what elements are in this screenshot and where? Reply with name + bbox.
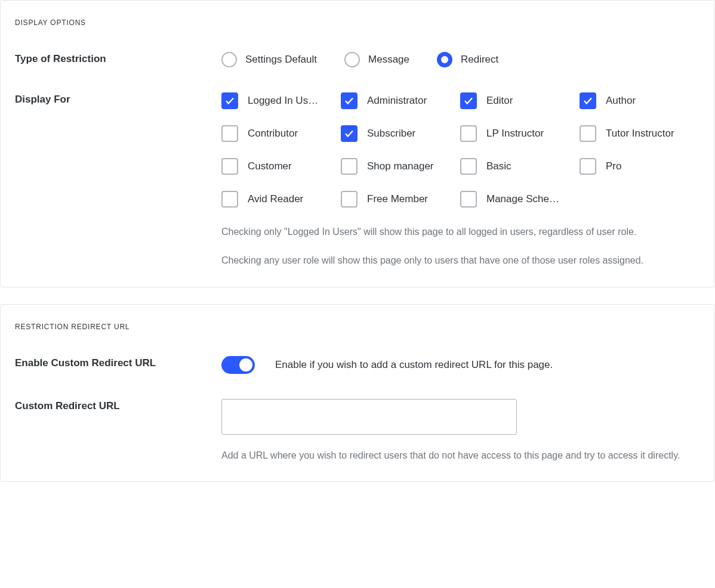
checkbox-manage-schedule[interactable]: Manage Sche… (460, 191, 580, 208)
enable-custom-redirect-desc: Enable if you wish to add a custom redir… (275, 359, 553, 371)
checkbox-label: Manage Sche… (486, 193, 559, 205)
enable-custom-redirect-toggle[interactable] (221, 356, 255, 374)
checkbox-label: Basic (486, 160, 511, 172)
type-of-restriction-label: Type of Restriction (15, 52, 221, 67)
checkbox-customer[interactable]: Customer (221, 158, 341, 175)
checkbox-basic[interactable]: Basic (460, 158, 580, 175)
checkbox-box-icon (341, 92, 357, 109)
restriction-redirect-panel: RESTRICTION REDIRECT URL Enable Custom R… (0, 304, 715, 482)
radio-circle-icon (437, 52, 452, 67)
checkbox-label: Customer (248, 160, 292, 172)
radio-label: Settings Default (245, 54, 317, 66)
panel-title-redirect: RESTRICTION REDIRECT URL (15, 323, 700, 331)
custom-redirect-url-help: Add a URL where you wish to redirect use… (221, 448, 700, 463)
custom-redirect-url-input[interactable] (221, 399, 517, 435)
checkbox-subscriber[interactable]: Subscriber (341, 125, 460, 142)
enable-custom-redirect-content: Enable if you wish to add a custom redir… (221, 356, 700, 374)
display-options-panel: DISPLAY OPTIONS Type of Restriction Sett… (0, 0, 715, 287)
display-for-checkbox-grid: Logged In Us…AdministratorEditorAuthorCo… (221, 92, 700, 208)
custom-redirect-url-content: Add a URL where you wish to redirect use… (221, 399, 700, 463)
checkbox-box-icon (221, 125, 238, 142)
toggle-knob (239, 358, 252, 372)
display-for-help-1: Checking only "Logged In Users" will sho… (221, 224, 700, 240)
checkbox-box-icon (580, 125, 596, 142)
radio-settings-default[interactable]: Settings Default (221, 52, 317, 67)
checkbox-box-icon (460, 158, 477, 175)
checkbox-label: Administrator (367, 95, 427, 107)
checkbox-box-icon (341, 191, 357, 208)
radio-circle-icon (221, 52, 237, 67)
checkbox-box-icon (341, 125, 357, 142)
checkbox-label: Logged In Us… (248, 95, 318, 107)
checkbox-label: Editor (486, 95, 513, 107)
checkbox-box-icon (221, 92, 238, 109)
checkbox-lp-instructor[interactable]: LP Instructor (460, 125, 580, 142)
radio-message[interactable]: Message (344, 52, 409, 67)
checkbox-label: LP Instructor (486, 128, 544, 140)
radio-redirect[interactable]: Redirect (437, 52, 498, 67)
checkbox-label: Free Member (367, 193, 428, 205)
checkbox-label: Subscriber (367, 128, 415, 140)
radio-circle-icon (344, 52, 360, 67)
checkbox-box-icon (221, 158, 238, 175)
checkbox-box-icon (460, 191, 477, 208)
checkbox-box-icon (580, 158, 596, 175)
checkbox-label: Contributor (248, 128, 298, 140)
display-for-row: Display For Logged In Us…AdministratorEd… (15, 92, 700, 269)
display-for-content: Logged In Us…AdministratorEditorAuthorCo… (221, 92, 700, 269)
checkbox-label: Tutor Instructor (606, 128, 674, 140)
checkbox-box-icon (460, 92, 477, 109)
custom-redirect-url-label: Custom Redirect URL (15, 399, 221, 463)
checkbox-box-icon (460, 125, 477, 142)
checkbox-box-icon (580, 92, 596, 109)
checkbox-shop-manager[interactable]: Shop manager (341, 158, 460, 175)
checkbox-logged-in-users[interactable]: Logged In Us… (221, 92, 341, 109)
radio-label: Message (368, 54, 409, 66)
checkbox-label: Shop manager (367, 160, 434, 172)
checkbox-label: Author (606, 95, 636, 107)
checkbox-free-member[interactable]: Free Member (341, 191, 460, 208)
toggle-row: Enable if you wish to add a custom redir… (221, 356, 700, 374)
checkbox-contributor[interactable]: Contributor (221, 125, 341, 142)
checkbox-author[interactable]: Author (580, 92, 699, 109)
checkbox-avid-reader[interactable]: Avid Reader (221, 191, 341, 208)
enable-custom-redirect-label: Enable Custom Redirect URL (15, 356, 221, 374)
type-of-restriction-content: Settings DefaultMessageRedirect (221, 52, 700, 67)
custom-redirect-url-row: Custom Redirect URL Add a URL where you … (15, 399, 700, 463)
display-for-help-2: Checking any user role will show this pa… (221, 253, 700, 268)
checkbox-pro[interactable]: Pro (580, 158, 699, 175)
checkbox-label: Pro (606, 160, 621, 172)
radio-label: Redirect (461, 54, 498, 66)
panel-title-display-options: DISPLAY OPTIONS (15, 18, 700, 27)
display-for-label: Display For (15, 92, 221, 269)
checkbox-administrator[interactable]: Administrator (341, 92, 460, 109)
checkbox-box-icon (341, 158, 357, 175)
checkbox-box-icon (221, 191, 238, 208)
type-of-restriction-row: Type of Restriction Settings DefaultMess… (15, 52, 700, 67)
checkbox-tutor-instructor[interactable]: Tutor Instructor (580, 125, 699, 142)
checkbox-editor[interactable]: Editor (460, 92, 580, 109)
restriction-radio-group: Settings DefaultMessageRedirect (221, 52, 700, 67)
checkbox-label: Avid Reader (248, 193, 303, 205)
enable-custom-redirect-row: Enable Custom Redirect URL Enable if you… (15, 356, 700, 374)
